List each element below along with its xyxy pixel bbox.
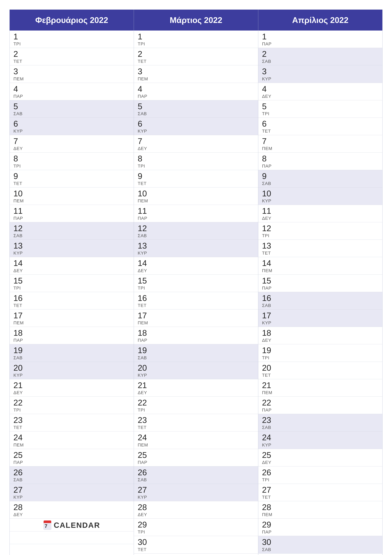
- day-cell: 30 ΣΑΒ: [258, 536, 382, 553]
- day-number: 19: [14, 346, 130, 355]
- day-cell: 18 ΠΑΡ: [10, 327, 134, 344]
- day-cell: 26 ΤΡΙ: [258, 466, 382, 484]
- day-number: 12: [262, 224, 378, 233]
- day-cell: 24 ΠΕΜ: [10, 431, 134, 449]
- day-name: ΤΡΙ: [138, 41, 254, 46]
- day-name: ΣΑΒ: [14, 233, 130, 238]
- day-name: ΔΕΥ: [14, 512, 130, 517]
- april-column: 1 ΠΑΡ 2 ΣΑΒ 3 ΚΥΡ 4 ΔΕΥ 5 ΤΡΙ 6 ΤΕΤ 7 ΠΕ…: [258, 30, 382, 555]
- day-name: ΤΕΤ: [14, 59, 130, 64]
- day-cell: 7 ΠΕΜ: [258, 135, 382, 153]
- day-number: 1: [138, 32, 254, 41]
- day-number: 16: [262, 294, 378, 303]
- day-cell: 30 ΤΕΤ: [134, 536, 258, 553]
- day-name: ΔΕΥ: [262, 460, 378, 465]
- day-number: 26: [262, 468, 378, 477]
- day-number: 8: [14, 154, 130, 163]
- day-name: ΚΥΡ: [14, 373, 130, 378]
- day-name: ΤΕΤ: [262, 251, 378, 256]
- day-name: ΤΕΤ: [138, 303, 254, 308]
- day-cell: 3 ΚΥΡ: [258, 65, 382, 83]
- day-cell: 7 ΔΕΥ: [134, 135, 258, 153]
- day-number: 29: [262, 520, 378, 529]
- day-name: ΣΑΒ: [14, 355, 130, 360]
- day-number: 23: [138, 416, 254, 425]
- day-name: ΠΕΜ: [262, 512, 378, 517]
- day-name: ΤΡΙ: [138, 285, 254, 291]
- day-name: ΤΕΤ: [138, 181, 254, 186]
- day-name: ΔΕΥ: [14, 390, 130, 395]
- day-number: 10: [14, 189, 130, 198]
- day-number: 25: [138, 451, 254, 460]
- day-name: ΚΥΡ: [138, 373, 254, 378]
- day-cell: 26 ΣΑΒ: [134, 466, 258, 484]
- day-number: 22: [138, 398, 254, 407]
- day-name: ΔΕΥ: [138, 268, 254, 273]
- day-number: 4: [14, 85, 130, 94]
- day-number: 27: [138, 485, 254, 494]
- day-cell: 23 ΤΕΤ: [134, 414, 258, 431]
- day-cell: 21 ΔΕΥ: [134, 379, 258, 397]
- day-cell: 27 ΤΕΤ: [258, 484, 382, 501]
- day-name: ΠΑΡ: [262, 285, 378, 291]
- calendar-logo-text: CALENDAR: [54, 521, 100, 530]
- empty-cell: [10, 544, 134, 555]
- day-cell: 3 ΠΕΜ: [134, 65, 258, 83]
- day-number: 4: [138, 85, 254, 94]
- day-name: ΤΕΤ: [14, 425, 130, 430]
- day-number: 16: [14, 294, 130, 303]
- day-number: 9: [14, 172, 130, 181]
- day-cell: 21 ΔΕΥ: [10, 379, 134, 397]
- day-name: ΠΕΜ: [262, 146, 378, 151]
- month-header-feb: Φεβρουάριος 2022: [10, 10, 134, 30]
- day-number: 5: [262, 102, 378, 111]
- day-name: ΚΥΡ: [262, 443, 378, 448]
- day-name: ΔΕΥ: [262, 94, 378, 99]
- day-name: ΠΑΡ: [138, 216, 254, 221]
- day-cell: 17 ΠΕΜ: [134, 309, 258, 327]
- day-name: ΚΥΡ: [14, 129, 130, 134]
- day-cell: 15 ΤΡΙ: [134, 275, 258, 292]
- day-name: ΤΕΤ: [14, 303, 130, 308]
- calendar-body: 1 ΤΡΙ 2 ΤΕΤ 3 ΠΕΜ 4 ΠΑΡ 5 ΣΑΒ 6 ΚΥΡ 7 ΔΕ…: [10, 30, 382, 555]
- day-cell: 27 ΚΥΡ: [134, 484, 258, 501]
- day-number: 21: [262, 381, 378, 390]
- day-cell: 17 ΠΕΜ: [10, 309, 134, 327]
- day-cell: 11 ΠΑΡ: [10, 205, 134, 222]
- day-cell: 1 ΠΑΡ: [258, 30, 382, 48]
- day-number: 7: [262, 137, 378, 146]
- day-name: ΣΑΒ: [262, 303, 378, 308]
- day-number: 14: [262, 259, 378, 268]
- day-number: 13: [138, 241, 254, 250]
- day-name: ΠΕΜ: [14, 76, 130, 81]
- day-cell: 5 ΤΡΙ: [258, 100, 382, 118]
- day-cell: 15 ΤΡΙ: [10, 275, 134, 292]
- logo-cell: 7 CALENDAR: [10, 518, 134, 531]
- day-number: 11: [138, 206, 254, 215]
- day-cell: 8 ΠΑΡ: [258, 153, 382, 170]
- day-name: ΠΑΡ: [14, 94, 130, 99]
- march-column: 1 ΤΡΙ 2 ΤΕΤ 3 ΠΕΜ 4 ΠΑΡ 5 ΣΑΒ 6 ΚΥΡ 7 ΔΕ…: [134, 30, 258, 555]
- day-name: ΚΥΡ: [138, 129, 254, 134]
- calendar-container: Φεβρουάριος 2022 Μάρτιος 2022 Απρίλιος 2…: [9, 9, 383, 555]
- day-cell: 29 ΤΡΙ: [134, 518, 258, 536]
- empty-cell: [258, 554, 382, 555]
- day-cell: 4 ΠΑΡ: [10, 83, 134, 100]
- day-name: ΠΕΜ: [138, 443, 254, 448]
- day-number: 19: [262, 346, 378, 355]
- day-name: ΤΕΤ: [262, 129, 378, 134]
- day-cell: 14 ΔΕΥ: [134, 257, 258, 275]
- day-number: 26: [14, 468, 130, 477]
- day-name: ΤΡΙ: [262, 111, 378, 116]
- day-cell: 12 ΣΑΒ: [134, 222, 258, 240]
- day-cell: 12 ΤΡΙ: [258, 222, 382, 240]
- day-number: 2: [262, 50, 378, 58]
- day-cell: 1 ΤΡΙ: [10, 30, 134, 48]
- day-name: ΣΑΒ: [138, 355, 254, 360]
- day-cell: 22 ΠΑΡ: [258, 397, 382, 414]
- day-number: 3: [138, 67, 254, 76]
- day-number: 6: [138, 119, 254, 128]
- day-number: 14: [14, 259, 130, 268]
- day-cell: 5 ΣΑΒ: [134, 100, 258, 118]
- day-name: ΤΡΙ: [14, 41, 130, 46]
